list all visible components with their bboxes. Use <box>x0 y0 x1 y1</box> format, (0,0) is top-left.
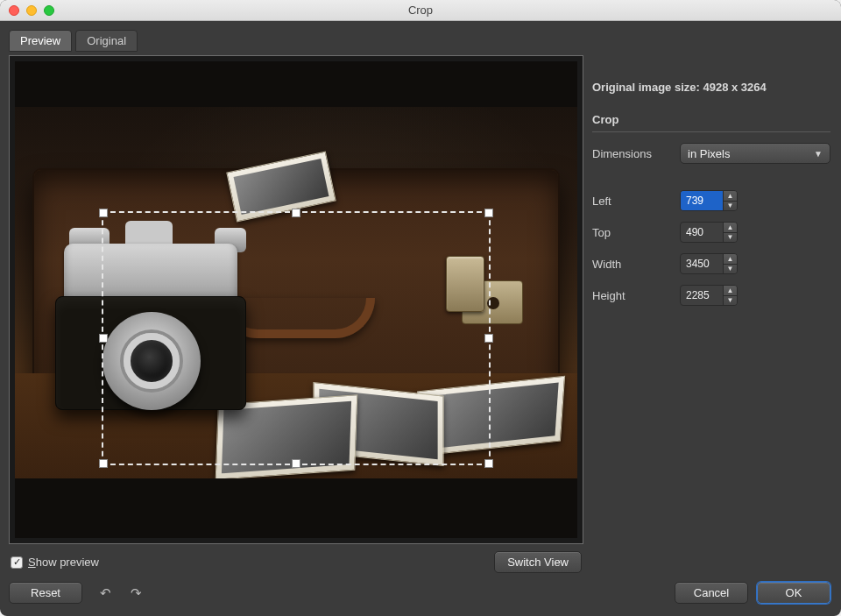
caret-up-icon[interactable]: ▲ <box>724 286 737 296</box>
caret-up-icon[interactable]: ▲ <box>724 223 737 233</box>
top-stepper[interactable]: ▲ ▼ <box>723 223 737 242</box>
dimensions-value: in Pixels <box>688 147 730 160</box>
titlebar: Crop <box>0 0 841 21</box>
caret-down-icon[interactable]: ▼ <box>724 202 737 211</box>
ok-button[interactable]: OK <box>757 582 830 604</box>
crop-handle-ne[interactable] <box>484 209 493 217</box>
crop-handle-s[interactable] <box>292 459 300 468</box>
caret-down-icon[interactable]: ▼ <box>724 233 737 243</box>
top-value[interactable]: 490 <box>681 223 723 242</box>
width-stepper[interactable]: ▲ ▼ <box>723 254 737 273</box>
crop-handle-se[interactable] <box>484 459 493 468</box>
crop-handle-e[interactable] <box>484 334 493 343</box>
crop-handle-w[interactable] <box>99 334 108 343</box>
show-preview-label: Show preview <box>28 556 99 569</box>
reset-button[interactable]: Reset <box>9 582 82 604</box>
original-size-info: Original image size: 4928 x 3264 <box>592 81 830 94</box>
crop-section-title: Crop <box>592 113 830 132</box>
tab-original[interactable]: Original <box>75 30 138 52</box>
settings-panel: Original image size: 4928 x 3264 Crop Di… <box>592 30 830 578</box>
top-label: Top <box>592 226 680 239</box>
show-preview-checkbox[interactable]: ✓ Show preview <box>11 556 99 569</box>
height-label: Height <box>592 289 680 302</box>
left-stepper[interactable]: ▲ ▼ <box>723 191 737 210</box>
crop-handle-n[interactable] <box>292 209 300 217</box>
caret-down-icon[interactable]: ▼ <box>724 265 737 274</box>
top-spinbox[interactable]: 490 ▲ ▼ <box>680 222 738 243</box>
width-label: Width <box>592 258 680 271</box>
caret-up-icon[interactable]: ▲ <box>724 191 737 202</box>
window-title: Crop <box>0 4 841 17</box>
cancel-button[interactable]: Cancel <box>675 582 748 604</box>
height-stepper[interactable]: ▲ ▼ <box>723 286 737 305</box>
left-label: Left <box>592 195 680 208</box>
tab-preview[interactable]: Preview <box>9 30 72 52</box>
preview-canvas[interactable] <box>9 55 583 544</box>
left-spinbox[interactable]: 739 ▲ ▼ <box>680 190 738 211</box>
switch-view-button[interactable]: Switch View <box>494 551 582 573</box>
redo-arrow-icon[interactable]: ↷ <box>131 585 142 601</box>
width-value[interactable]: 3450 <box>681 254 723 273</box>
crop-marquee[interactable] <box>102 211 491 465</box>
crop-dialog: Crop Preview Original <box>0 0 841 616</box>
crop-handle-nw[interactable] <box>99 209 108 217</box>
width-spinbox[interactable]: 3450 ▲ ▼ <box>680 253 738 274</box>
check-icon: ✓ <box>11 556 23 569</box>
height-value[interactable]: 2285 <box>681 286 723 305</box>
dimensions-label: Dimensions <box>592 147 680 160</box>
dimensions-dropdown[interactable]: in Pixels ▼ <box>680 143 830 164</box>
left-value[interactable]: 739 <box>681 191 723 210</box>
preview-image <box>15 107 577 478</box>
caret-up-icon[interactable]: ▲ <box>724 254 737 265</box>
chevron-down-icon: ▼ <box>814 149 823 159</box>
height-spinbox[interactable]: 2285 ▲ ▼ <box>680 285 738 306</box>
caret-down-icon[interactable]: ▼ <box>724 296 737 306</box>
crop-handle-sw[interactable] <box>99 459 108 468</box>
preview-canvas-inner <box>15 61 577 538</box>
undo-arrow-icon[interactable]: ↶ <box>100 585 111 601</box>
view-tabs: Preview Original <box>9 30 583 52</box>
